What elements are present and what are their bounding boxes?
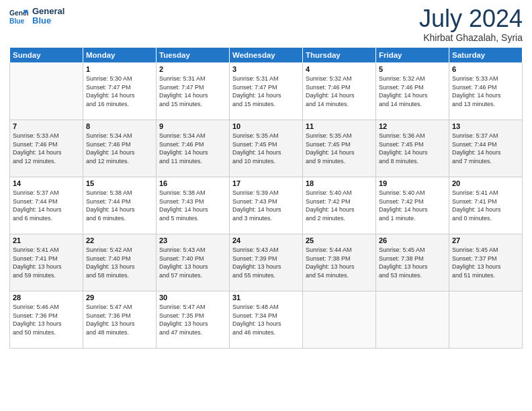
cell-info: Sunrise: 5:36 AMSunset: 7:45 PMDaylight:…	[379, 132, 446, 165]
cell-info: Sunrise: 5:45 AMSunset: 7:38 PMDaylight:…	[379, 246, 446, 279]
day-number: 25	[306, 236, 373, 244]
cell-info: Sunrise: 5:35 AMSunset: 7:45 PMDaylight:…	[232, 132, 300, 165]
weekday-header-thursday: Thursday	[303, 48, 376, 63]
calendar-cell: 5Sunrise: 5:32 AMSunset: 7:46 PMDaylight…	[376, 63, 449, 120]
calendar-cell: 19Sunrise: 5:40 AMSunset: 7:42 PMDayligh…	[376, 177, 449, 234]
day-number: 22	[86, 236, 153, 244]
day-number: 29	[86, 293, 153, 302]
calendar-cell: 11Sunrise: 5:35 AMSunset: 7:45 PMDayligh…	[303, 120, 376, 177]
cell-info: Sunrise: 5:34 AMSunset: 7:46 PMDaylight:…	[86, 132, 153, 165]
cell-info: Sunrise: 5:48 AMSunset: 7:34 PMDaylight:…	[232, 303, 300, 336]
cell-info: Sunrise: 5:38 AMSunset: 7:44 PMDaylight:…	[86, 189, 153, 222]
cell-info: Sunrise: 5:38 AMSunset: 7:43 PMDaylight:…	[159, 189, 226, 222]
calendar-cell: 28Sunrise: 5:46 AMSunset: 7:36 PMDayligh…	[10, 291, 83, 349]
day-number: 31	[232, 293, 300, 302]
day-number: 2	[159, 65, 226, 73]
cell-info: Sunrise: 5:32 AMSunset: 7:46 PMDaylight:…	[306, 75, 373, 108]
cell-info: Sunrise: 5:37 AMSunset: 7:44 PMDaylight:…	[452, 132, 519, 165]
cell-info: Sunrise: 5:41 AMSunset: 7:41 PMDaylight:…	[13, 246, 80, 279]
cell-info: Sunrise: 5:31 AMSunset: 7:47 PMDaylight:…	[159, 75, 226, 108]
cell-info: Sunrise: 5:32 AMSunset: 7:46 PMDaylight:…	[379, 75, 446, 108]
weekday-header-wednesday: Wednesday	[230, 48, 303, 63]
calendar-cell	[10, 63, 83, 120]
calendar-cell: 16Sunrise: 5:38 AMSunset: 7:43 PMDayligh…	[157, 177, 230, 234]
cell-info: Sunrise: 5:42 AMSunset: 7:40 PMDaylight:…	[86, 246, 153, 279]
day-number: 30	[159, 293, 226, 302]
calendar-cell: 12Sunrise: 5:36 AMSunset: 7:45 PMDayligh…	[376, 120, 449, 177]
calendar-cell: 18Sunrise: 5:40 AMSunset: 7:42 PMDayligh…	[303, 177, 376, 234]
weekday-header-monday: Monday	[83, 48, 157, 63]
day-number: 16	[159, 179, 226, 187]
cell-info: Sunrise: 5:47 AMSunset: 7:35 PMDaylight:…	[159, 303, 226, 336]
page-header: General Blue General Blue July 2024 Khir…	[9, 7, 523, 43]
calendar-table: SundayMondayTuesdayWednesdayThursdayFrid…	[9, 47, 523, 349]
day-number: 24	[232, 236, 300, 244]
calendar-cell: 13Sunrise: 5:37 AMSunset: 7:44 PMDayligh…	[449, 120, 523, 177]
day-number: 9	[159, 122, 226, 130]
calendar-cell	[449, 291, 523, 349]
cell-info: Sunrise: 5:37 AMSunset: 7:44 PMDaylight:…	[13, 189, 80, 222]
cell-info: Sunrise: 5:45 AMSunset: 7:37 PMDaylight:…	[452, 246, 519, 279]
day-number: 7	[13, 122, 80, 130]
cell-info: Sunrise: 5:41 AMSunset: 7:41 PMDaylight:…	[452, 189, 519, 222]
day-number: 13	[452, 122, 519, 130]
day-number: 28	[13, 293, 80, 302]
calendar-cell: 30Sunrise: 5:47 AMSunset: 7:35 PMDayligh…	[157, 291, 230, 349]
cell-info: Sunrise: 5:39 AMSunset: 7:43 PMDaylight:…	[232, 189, 300, 222]
day-number: 26	[379, 236, 446, 244]
calendar-cell: 25Sunrise: 5:44 AMSunset: 7:38 PMDayligh…	[303, 234, 376, 291]
cell-info: Sunrise: 5:44 AMSunset: 7:38 PMDaylight:…	[306, 246, 373, 279]
weekday-header-saturday: Saturday	[449, 48, 523, 63]
cell-info: Sunrise: 5:31 AMSunset: 7:47 PMDaylight:…	[232, 75, 300, 108]
calendar-cell: 29Sunrise: 5:47 AMSunset: 7:36 PMDayligh…	[83, 291, 157, 349]
day-number: 8	[86, 122, 153, 130]
calendar-cell: 2Sunrise: 5:31 AMSunset: 7:47 PMDaylight…	[157, 63, 230, 120]
day-number: 1	[86, 65, 153, 73]
calendar-cell: 3Sunrise: 5:31 AMSunset: 7:47 PMDaylight…	[230, 63, 303, 120]
calendar-cell: 8Sunrise: 5:34 AMSunset: 7:46 PMDaylight…	[83, 120, 157, 177]
cell-info: Sunrise: 5:33 AMSunset: 7:46 PMDaylight:…	[452, 75, 519, 108]
cell-info: Sunrise: 5:33 AMSunset: 7:46 PMDaylight:…	[13, 132, 80, 165]
day-number: 10	[232, 122, 300, 130]
location-title: Khirbat Ghazalah, Syria	[419, 32, 523, 43]
calendar-cell: 27Sunrise: 5:45 AMSunset: 7:37 PMDayligh…	[449, 234, 523, 291]
day-number: 18	[306, 179, 373, 187]
svg-text:Blue: Blue	[9, 17, 25, 25]
day-number: 5	[379, 65, 446, 73]
day-number: 11	[306, 122, 373, 130]
day-number: 6	[452, 65, 519, 73]
logo-general: General	[32, 7, 64, 16]
month-title: July 2024	[419, 7, 523, 31]
calendar-cell: 17Sunrise: 5:39 AMSunset: 7:43 PMDayligh…	[230, 177, 303, 234]
calendar-cell: 21Sunrise: 5:41 AMSunset: 7:41 PMDayligh…	[10, 234, 83, 291]
calendar-cell	[376, 291, 449, 349]
calendar-cell: 20Sunrise: 5:41 AMSunset: 7:41 PMDayligh…	[449, 177, 523, 234]
calendar-cell: 22Sunrise: 5:42 AMSunset: 7:40 PMDayligh…	[83, 234, 157, 291]
calendar-cell: 23Sunrise: 5:43 AMSunset: 7:40 PMDayligh…	[157, 234, 230, 291]
calendar-cell: 4Sunrise: 5:32 AMSunset: 7:46 PMDaylight…	[303, 63, 376, 120]
calendar-cell: 15Sunrise: 5:38 AMSunset: 7:44 PMDayligh…	[83, 177, 157, 234]
day-number: 14	[13, 179, 80, 187]
day-number: 23	[159, 236, 226, 244]
day-number: 27	[452, 236, 519, 244]
cell-info: Sunrise: 5:40 AMSunset: 7:42 PMDaylight:…	[379, 189, 446, 222]
cell-info: Sunrise: 5:35 AMSunset: 7:45 PMDaylight:…	[306, 132, 373, 165]
day-number: 4	[306, 65, 373, 73]
day-number: 21	[13, 236, 80, 244]
cell-info: Sunrise: 5:43 AMSunset: 7:39 PMDaylight:…	[232, 246, 300, 279]
cell-info: Sunrise: 5:47 AMSunset: 7:36 PMDaylight:…	[86, 303, 153, 336]
calendar-cell: 31Sunrise: 5:48 AMSunset: 7:34 PMDayligh…	[230, 291, 303, 349]
calendar-cell: 10Sunrise: 5:35 AMSunset: 7:45 PMDayligh…	[230, 120, 303, 177]
calendar-cell: 14Sunrise: 5:37 AMSunset: 7:44 PMDayligh…	[10, 177, 83, 234]
logo-blue: Blue	[32, 16, 64, 26]
calendar-cell: 26Sunrise: 5:45 AMSunset: 7:38 PMDayligh…	[376, 234, 449, 291]
day-number: 20	[452, 179, 519, 187]
weekday-header-tuesday: Tuesday	[157, 48, 230, 63]
day-number: 3	[232, 65, 300, 73]
weekday-header-sunday: Sunday	[10, 48, 83, 63]
calendar-cell: 24Sunrise: 5:43 AMSunset: 7:39 PMDayligh…	[230, 234, 303, 291]
cell-info: Sunrise: 5:43 AMSunset: 7:40 PMDaylight:…	[159, 246, 226, 279]
calendar-cell: 9Sunrise: 5:34 AMSunset: 7:46 PMDaylight…	[157, 120, 230, 177]
day-number: 17	[232, 179, 300, 187]
calendar-cell: 7Sunrise: 5:33 AMSunset: 7:46 PMDaylight…	[10, 120, 83, 177]
